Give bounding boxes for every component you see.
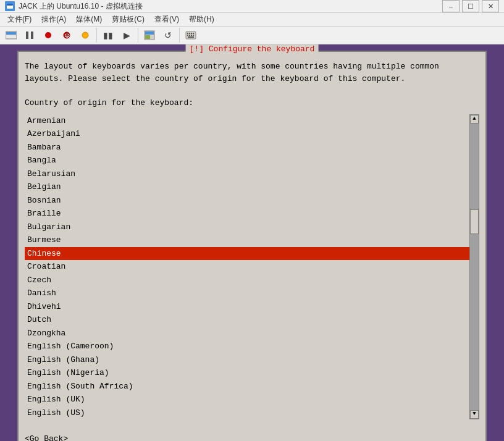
list-item[interactable]: English (Cameroon) xyxy=(25,340,469,353)
svg-rect-23 xyxy=(191,35,192,36)
list-item[interactable]: Bambara xyxy=(25,141,469,154)
scrollbar-thumb[interactable] xyxy=(470,209,479,234)
scroll-up-arrow[interactable]: ▲ xyxy=(470,115,479,124)
list-container: ArmenianAzerbaijaniBambaraBanglaBelarusi… xyxy=(25,114,479,420)
dialog-body: The layout of keyboards varies per count… xyxy=(25,58,479,441)
dialog-footer: <Go Back> xyxy=(25,429,479,441)
list-item[interactable]: Dzongkha xyxy=(25,327,469,340)
dialog-title: [!] Configure the keyboard xyxy=(186,44,319,54)
list-item[interactable]: Belgian xyxy=(25,180,469,194)
language-list[interactable]: ArmenianAzerbaijaniBambaraBanglaBelarusi… xyxy=(25,114,469,420)
svg-rect-7 xyxy=(31,32,33,39)
menu-media[interactable]: 媒体(M) xyxy=(71,13,107,26)
list-item[interactable]: Azerbaijani xyxy=(25,127,469,141)
toolbar: ⏻ ▮▮ ▶ ↺ xyxy=(0,27,504,44)
toolbar-separator-1 xyxy=(96,28,97,43)
dialog-description: The layout of keyboards varies per count… xyxy=(25,58,479,87)
svg-rect-9 xyxy=(46,33,50,37)
svg-rect-4 xyxy=(6,32,16,35)
minimize-button[interactable]: – xyxy=(442,0,460,12)
window-icon xyxy=(5,1,15,11)
maximize-button[interactable]: ☐ xyxy=(462,0,479,12)
svg-point-12 xyxy=(82,32,88,38)
svg-rect-19 xyxy=(191,33,192,34)
toolbar-btn-keyboard[interactable] xyxy=(182,27,200,44)
svg-rect-21 xyxy=(187,35,188,36)
svg-rect-24 xyxy=(193,35,194,36)
keyboard-config-dialog: [!] Configure the keyboard The layout of… xyxy=(17,51,487,441)
list-item[interactable]: Dutch xyxy=(25,313,469,327)
menu-view[interactable]: 查看(V) xyxy=(149,13,184,26)
list-item[interactable]: Chinese xyxy=(25,247,469,261)
list-item[interactable]: Czech xyxy=(25,274,469,287)
svg-rect-17 xyxy=(187,33,188,34)
scrollbar[interactable]: ▲ ▼ xyxy=(469,114,479,420)
svg-rect-22 xyxy=(189,35,190,36)
toolbar-btn-pause[interactable] xyxy=(21,27,38,44)
toolbar-btn-play[interactable]: ▶ xyxy=(118,27,135,44)
svg-text:⏻: ⏻ xyxy=(64,33,70,38)
desc-line1: The layout of keyboards varies per count… xyxy=(25,62,439,71)
desc-line2: layouts. Please select the country of or… xyxy=(25,74,405,83)
toolbar-btn-power-yellow[interactable] xyxy=(77,27,94,44)
toolbar-btn-connect[interactable] xyxy=(141,27,158,44)
list-item[interactable]: Bosnian xyxy=(25,194,469,208)
svg-rect-18 xyxy=(189,33,190,34)
svg-rect-20 xyxy=(193,33,194,34)
list-item[interactable]: Armenian xyxy=(25,114,469,128)
title-bar: JACK 上的 Ubuntu16.10 - 虚拟机连接 – ☐ ✕ xyxy=(0,0,504,13)
list-item[interactable]: Braille xyxy=(25,207,469,220)
menu-file[interactable]: 文件(F) xyxy=(2,13,36,26)
toolbar-btn-power-red[interactable]: ⏻ xyxy=(58,27,75,44)
window-title: JACK 上的 Ubuntu16.10 - 虚拟机连接 xyxy=(19,1,442,12)
scroll-down-arrow[interactable]: ▼ xyxy=(470,410,479,419)
list-item[interactable]: English (Nigeria) xyxy=(25,366,469,380)
toolbar-btn-stop[interactable] xyxy=(40,27,57,44)
svg-rect-5 xyxy=(6,35,16,38)
list-item[interactable]: English (UK) xyxy=(25,393,469,406)
toolbar-btn-undo[interactable]: ↺ xyxy=(159,27,177,44)
list-item[interactable]: English (Ghana) xyxy=(25,353,469,367)
window-controls: – ☐ ✕ xyxy=(442,0,499,12)
list-item[interactable]: English (South Africa) xyxy=(25,380,469,393)
menu-help[interactable]: 帮助(H) xyxy=(184,13,219,26)
list-item[interactable]: Bangla xyxy=(25,154,469,167)
svg-rect-15 xyxy=(145,35,150,39)
go-back-button[interactable]: <Go Back> xyxy=(25,434,68,441)
menu-clipboard[interactable]: 剪贴板(C) xyxy=(107,13,149,26)
list-item[interactable]: Bulgarian xyxy=(25,220,469,234)
main-window: JACK 上的 Ubuntu16.10 - 虚拟机连接 – ☐ ✕ 文件(F) … xyxy=(0,0,504,441)
list-item[interactable]: Croatian xyxy=(25,260,469,274)
dialog-label: Country of origin for the keyboard: xyxy=(25,97,479,109)
toolbar-separator-3 xyxy=(179,28,180,43)
toolbar-btn-pause2[interactable]: ▮▮ xyxy=(99,27,117,44)
list-item[interactable]: Belarusian xyxy=(25,167,469,181)
menu-action[interactable]: 操作(A) xyxy=(36,13,71,26)
list-item[interactable]: Danish xyxy=(25,287,469,300)
svg-rect-14 xyxy=(145,32,154,35)
toolbar-btn-1[interactable] xyxy=(2,27,20,44)
svg-rect-6 xyxy=(26,32,28,39)
menu-bar: 文件(F) 操作(A) 媒体(M) 剪贴板(C) 查看(V) 帮助(H) xyxy=(0,13,504,27)
svg-rect-2 xyxy=(7,4,13,6)
main-content: [!] Configure the keyboard The layout of… xyxy=(0,44,504,441)
svg-rect-25 xyxy=(188,36,194,38)
toolbar-separator-2 xyxy=(138,28,138,43)
list-item[interactable]: English (US) xyxy=(25,406,469,420)
scrollbar-track[interactable] xyxy=(470,124,479,411)
close-button[interactable]: ✕ xyxy=(482,0,499,12)
list-item[interactable]: Burmese xyxy=(25,233,469,247)
list-item[interactable]: Dhivehi xyxy=(25,300,469,314)
